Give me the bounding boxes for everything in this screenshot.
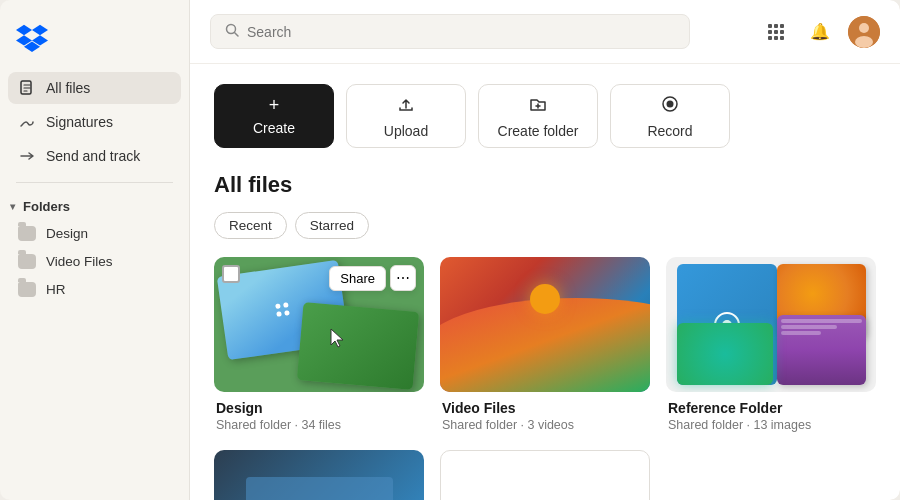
app-logo[interactable] xyxy=(0,16,189,72)
create-folder-button-label: Create folder xyxy=(498,123,579,139)
upload-icon xyxy=(396,94,416,117)
design-photo2 xyxy=(297,302,419,390)
header-actions: 🔔 xyxy=(760,16,880,48)
share-overlay: Share ⋯ xyxy=(329,265,416,291)
record-icon xyxy=(660,94,680,117)
folder-icon xyxy=(18,254,36,269)
sidebar-folder-hr-label: HR xyxy=(46,282,66,297)
plus-icon: + xyxy=(269,96,280,114)
sidebar-folder-hr[interactable]: HR xyxy=(8,276,181,303)
file-desc-design: Shared folder · 34 files xyxy=(216,418,422,432)
page-title: All files xyxy=(214,172,876,198)
file-card-design[interactable]: Share ⋯ Design Shared folder · 34 files xyxy=(214,257,424,434)
filter-recent[interactable]: Recent xyxy=(214,212,287,239)
file-thumbnail-bottom1 xyxy=(214,450,424,500)
file-meta-video: Video Files Shared folder · 3 videos xyxy=(440,392,650,434)
sidebar: All files Signatures Send and track ▾ Fo… xyxy=(0,0,190,500)
ref-img-stack xyxy=(777,315,865,385)
sidebar-item-all-files-label: All files xyxy=(46,80,90,96)
sidebar-folder-video-files[interactable]: Video Files xyxy=(8,248,181,275)
video-sun xyxy=(530,284,560,314)
doc-lines xyxy=(449,459,465,500)
ref-neon xyxy=(677,323,774,385)
folder-icon xyxy=(18,282,36,297)
file-thumbnail-video xyxy=(440,257,650,392)
sidebar-item-all-files[interactable]: All files xyxy=(8,72,181,104)
file-meta-design: Design Shared folder · 34 files xyxy=(214,392,424,434)
send-icon xyxy=(18,147,36,165)
bell-icon: 🔔 xyxy=(810,22,830,41)
more-button[interactable]: ⋯ xyxy=(390,265,416,291)
grid-view-button[interactable] xyxy=(760,16,792,48)
filter-starred[interactable]: Starred xyxy=(295,212,369,239)
sidebar-folder-video-files-label: Video Files xyxy=(46,254,113,269)
folder-list: Design Video Files HR xyxy=(0,220,189,303)
folders-section-label: Folders xyxy=(23,199,70,214)
sidebar-folder-design-label: Design xyxy=(46,226,88,241)
avatar[interactable] xyxy=(848,16,880,48)
file-card-bottom2[interactable] xyxy=(440,450,650,500)
folders-section-header[interactable]: ▾ Folders xyxy=(0,193,189,220)
folder-plus-icon xyxy=(528,94,548,117)
folder-icon xyxy=(18,226,36,241)
create-button-label: Create xyxy=(253,120,295,136)
chevron-down-icon: ▾ xyxy=(10,201,15,212)
svg-point-6 xyxy=(667,100,674,107)
filter-row: Recent Starred xyxy=(214,212,876,239)
signature-icon xyxy=(18,113,36,131)
file-thumbnail-reference xyxy=(666,257,876,392)
search-input[interactable] xyxy=(247,24,675,40)
sidebar-divider xyxy=(16,182,173,183)
file-thumbnail-bottom2 xyxy=(440,450,650,500)
files-grid: Share ⋯ Design Shared folder · 34 files xyxy=(214,257,876,500)
file-name-design: Design xyxy=(216,400,422,416)
svg-point-4 xyxy=(855,36,873,48)
share-button[interactable]: Share xyxy=(329,266,386,291)
record-button[interactable]: Record xyxy=(610,84,730,148)
file-meta-reference: Reference Folder Shared folder · 13 imag… xyxy=(666,392,876,434)
file-icon xyxy=(18,79,36,97)
content-area: + Create Upload Create folder Record xyxy=(190,64,900,500)
file-card-bottom1[interactable] xyxy=(214,450,424,500)
search-icon xyxy=(225,23,239,40)
sidebar-item-send-and-track-label: Send and track xyxy=(46,148,140,164)
sidebar-folder-design[interactable]: Design xyxy=(8,220,181,247)
search-bar[interactable] xyxy=(210,14,690,49)
file-checkbox-design[interactable] xyxy=(222,265,240,283)
header: 🔔 xyxy=(190,0,900,64)
action-row: + Create Upload Create folder Record xyxy=(214,84,876,148)
file-name-video: Video Files xyxy=(442,400,648,416)
sidebar-item-signatures[interactable]: Signatures xyxy=(8,106,181,138)
create-folder-button[interactable]: Create folder xyxy=(478,84,598,148)
main-content: 🔔 + Create Upload C xyxy=(190,0,900,500)
record-button-label: Record xyxy=(647,123,692,139)
create-button[interactable]: + Create xyxy=(214,84,334,148)
file-desc-video: Shared folder · 3 videos xyxy=(442,418,648,432)
file-thumbnail-design: Share ⋯ xyxy=(214,257,424,392)
upload-button-label: Upload xyxy=(384,123,428,139)
upload-button[interactable]: Upload xyxy=(346,84,466,148)
notifications-button[interactable]: 🔔 xyxy=(804,16,836,48)
file-card-reference[interactable]: Reference Folder Shared folder · 13 imag… xyxy=(666,257,876,434)
file-name-reference: Reference Folder xyxy=(668,400,874,416)
file-desc-reference: Shared folder · 13 images xyxy=(668,418,874,432)
file-card-video[interactable]: Video Files Shared folder · 3 videos xyxy=(440,257,650,434)
grid-icon xyxy=(768,24,784,40)
sidebar-item-signatures-label: Signatures xyxy=(46,114,113,130)
svg-point-3 xyxy=(859,23,869,33)
sidebar-nav: All files Signatures Send and track xyxy=(0,72,189,172)
sidebar-item-send-and-track[interactable]: Send and track xyxy=(8,140,181,172)
bottom1-building xyxy=(246,477,393,500)
